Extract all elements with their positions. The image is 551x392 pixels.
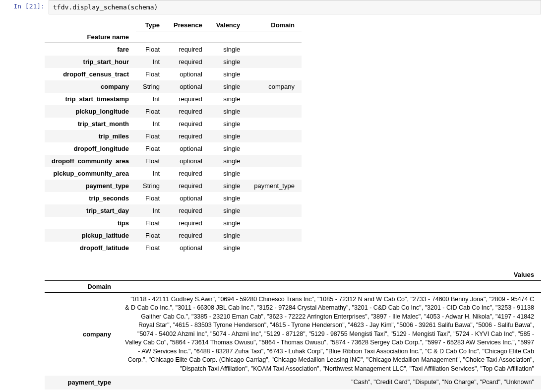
feature-type: Float [136,242,167,254]
feature-presence: optional [167,68,209,80]
feature-type: Int [136,56,167,68]
feature-valency: single [209,80,247,93]
feature-type: Float [136,43,167,56]
feature-name: tips [45,217,136,229]
feature-presence: required [167,167,209,180]
table-row: dropoff_latitudeFloatoptionalsingle [45,242,302,254]
feature-domain [247,93,302,105]
input-cell: In [21]: tfdv.display_schema(schema) [0,0,551,14]
feature-domain [247,130,302,142]
feature-name: trip_start_day [45,204,136,217]
feature-type: Float [136,130,167,142]
domain-name: company [45,292,118,376]
feature-domain [247,118,302,130]
feature-type: Int [136,167,167,180]
feature-type: String [136,180,167,192]
col-type: Type [136,19,167,31]
feature-valency: single [209,229,247,242]
feature-domain [247,142,302,155]
feature-name: trip_miles [45,130,136,142]
feature-presence: required [167,217,209,229]
domain-name: payment_type [45,376,118,390]
feature-valency: single [209,130,247,142]
feature-valency: single [209,118,247,130]
feature-domain [247,68,302,80]
table-row: payment_typeStringrequiredsinglepayment_… [45,180,302,192]
feature-domain [247,192,302,204]
feature-valency: single [209,105,247,118]
table-row: payment_type"Cash", "Credit Card", "Disp… [45,376,541,390]
feature-name: dropoff_community_area [45,155,136,167]
table-row: pickup_community_areaIntrequiredsingle [45,167,302,180]
domain-section: Values Domain company"0118 - 42111 Godfr… [45,269,541,390]
feature-name: dropoff_longitude [45,142,136,155]
output-area: Type Presence Valency Domain Feature nam… [0,14,551,392]
table-row: companyStringoptionalsinglecompany [45,80,302,93]
feature-valency: single [209,167,247,180]
feature-presence: optional [167,142,209,155]
col-domain-hdr: Domain [45,280,118,292]
feature-domain [247,204,302,217]
feature-presence: optional [167,192,209,204]
row-header-feature-name: Feature name [45,31,136,43]
feature-type: Float [136,229,167,242]
feature-name: trip_seconds [45,192,136,204]
table-row: trip_start_monthIntrequiredsingle [45,118,302,130]
table-row: tipsFloatrequiredsingle [45,217,302,229]
feature-type: Float [136,217,167,229]
table-row: dropoff_census_tractFloatoptionalsingle [45,68,302,80]
schema-table: Type Presence Valency Domain Feature nam… [45,19,302,254]
feature-domain [247,167,302,180]
input-prompt: In [21]: [0,0,49,14]
feature-valency: single [209,204,247,217]
code-input[interactable]: tfdv.display_schema(schema) [49,0,541,14]
domain-table: Values Domain company"0118 - 42111 Godfr… [45,269,541,390]
feature-presence: required [167,105,209,118]
feature-valency: single [209,56,247,68]
feature-name: trip_start_month [45,118,136,130]
code-text: tfdv.display_schema(schema) [53,3,158,11]
feature-name: pickup_longitude [45,105,136,118]
feature-domain [247,56,302,68]
feature-valency: single [209,242,247,254]
col-blank [45,19,136,31]
feature-name: dropoff_census_tract [45,68,136,80]
table-row: pickup_latitudeFloatrequiredsingle [45,229,302,242]
col-domain: Domain [247,19,302,31]
feature-presence: required [167,204,209,217]
col-presence: Presence [167,19,209,31]
feature-valency: single [209,192,247,204]
feature-type: Float [136,155,167,167]
table-row: trip_secondsFloatoptionalsingle [45,192,302,204]
table-row: pickup_longitudeFloatrequiredsingle [45,105,302,118]
feature-type: Int [136,118,167,130]
domain-values: "0118 - 42111 Godfrey S.Awir", "0694 - 5… [118,292,541,376]
feature-domain [247,229,302,242]
feature-name: pickup_community_area [45,167,136,180]
feature-domain: company [247,80,302,93]
feature-domain [247,155,302,167]
feature-name: company [45,80,136,93]
col-valency: Valency [209,19,247,31]
table-row: dropoff_community_areaFloatoptionalsingl… [45,155,302,167]
feature-name: pickup_latitude [45,229,136,242]
feature-valency: single [209,155,247,167]
feature-presence: optional [167,155,209,167]
feature-type: Float [136,105,167,118]
feature-domain [247,217,302,229]
feature-domain [247,43,302,56]
feature-type: Float [136,68,167,80]
feature-type: Float [136,142,167,155]
feature-name: trip_start_timestamp [45,93,136,105]
feature-type: Int [136,204,167,217]
feature-valency: single [209,217,247,229]
feature-presence: required [167,93,209,105]
feature-domain [247,242,302,254]
table-row: trip_start_dayIntrequiredsingle [45,204,302,217]
feature-domain [247,105,302,118]
feature-valency: single [209,68,247,80]
table-row: trip_start_timestampIntrequiredsingle [45,93,302,105]
feature-domain: payment_type [247,180,302,192]
feature-valency: single [209,142,247,155]
feature-valency: single [209,43,247,56]
